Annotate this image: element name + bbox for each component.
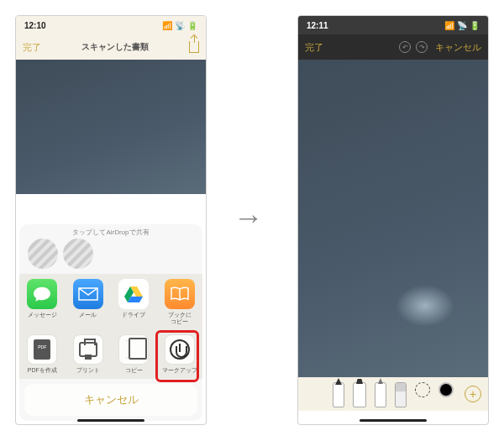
airdrop-row bbox=[19, 239, 202, 274]
share-app-messages[interactable]: メッセージ bbox=[19, 279, 66, 324]
action-label: コピー bbox=[125, 367, 143, 374]
nav-title: スキャンした書類 bbox=[81, 41, 149, 53]
airdrop-avatar[interactable] bbox=[28, 239, 58, 269]
arrow-icon: → bbox=[234, 200, 264, 235]
done-button[interactable]: 完了 bbox=[305, 41, 323, 54]
phone-share-sheet: 12:10 📶 📡 🔋 完了 スキャンした書類 タップしてAirDropで共有 … bbox=[15, 15, 207, 425]
tool-pen[interactable] bbox=[333, 382, 344, 407]
action-label: プリント bbox=[76, 367, 100, 374]
app-label: ドライブ bbox=[122, 312, 145, 318]
share-app-books[interactable]: ブックに コピー bbox=[157, 279, 203, 324]
airdrop-avatar[interactable] bbox=[63, 239, 93, 269]
tool-marker[interactable] bbox=[353, 382, 366, 407]
copy-icon bbox=[118, 334, 149, 365]
tool-color[interactable] bbox=[438, 382, 454, 397]
nav-bar: 完了 スキャンした書類 bbox=[16, 34, 206, 60]
markup-toolbar: + bbox=[298, 377, 488, 411]
share-app-mail[interactable]: メール bbox=[66, 279, 112, 324]
app-label: ブックに コピー bbox=[168, 312, 192, 324]
markup-icon bbox=[165, 334, 195, 365]
cancel-button[interactable]: キャンセル bbox=[435, 41, 481, 54]
document-canvas[interactable] bbox=[298, 60, 488, 377]
drive-icon bbox=[118, 279, 149, 309]
tool-eraser[interactable] bbox=[395, 382, 407, 407]
status-time: 12:10 bbox=[24, 21, 46, 30]
glare bbox=[396, 285, 454, 327]
messages-icon bbox=[27, 279, 57, 309]
home-indicator bbox=[360, 419, 427, 422]
status-time: 12:11 bbox=[307, 21, 328, 30]
status-indicators: 📶 📡 🔋 bbox=[444, 21, 480, 30]
share-sheet: タップしてAirDropで共有 メッセージ メール ドライブ ブックに コピー bbox=[19, 224, 202, 421]
tool-lasso[interactable] bbox=[415, 382, 430, 397]
share-apps-row: メッセージ メール ドライブ ブックに コピー bbox=[19, 274, 202, 329]
books-icon bbox=[165, 279, 195, 309]
document-preview bbox=[16, 60, 206, 194]
action-create-pdf[interactable]: PDFを作成 bbox=[19, 334, 66, 374]
redo-icon[interactable]: ↷ bbox=[416, 41, 428, 53]
action-label: マークアップ bbox=[162, 367, 197, 374]
home-indicator bbox=[77, 419, 144, 422]
phone-markup: 12:11 📶 📡 🔋 完了 ↶ ↷ キャンセル + bbox=[297, 15, 489, 425]
status-indicators: 📶 📡 🔋 bbox=[162, 21, 197, 30]
done-button[interactable]: 完了 bbox=[23, 41, 41, 54]
undo-icon[interactable]: ↶ bbox=[399, 41, 411, 53]
print-icon bbox=[73, 334, 103, 365]
mail-icon bbox=[73, 279, 103, 309]
app-label: メール bbox=[79, 312, 97, 318]
nav-bar: 完了 ↶ ↷ キャンセル bbox=[298, 34, 488, 60]
status-bar: 12:11 📶 📡 🔋 bbox=[298, 16, 488, 34]
action-markup[interactable]: マークアップ bbox=[157, 334, 203, 374]
cancel-button[interactable]: キャンセル bbox=[24, 384, 197, 416]
share-app-drive[interactable]: ドライブ bbox=[111, 279, 157, 324]
app-label: メッセージ bbox=[28, 312, 57, 318]
share-icon[interactable] bbox=[189, 41, 199, 53]
status-bar: 12:10 📶 📡 🔋 bbox=[16, 16, 206, 34]
action-copy[interactable]: コピー bbox=[111, 334, 157, 374]
pdf-icon bbox=[27, 334, 57, 365]
action-label: PDFを作成 bbox=[28, 367, 57, 374]
share-actions-row: PDFを作成 プリント コピー マークアップ bbox=[19, 329, 202, 379]
tool-pencil[interactable] bbox=[375, 382, 386, 407]
action-print[interactable]: プリント bbox=[66, 334, 112, 374]
add-button[interactable]: + bbox=[465, 386, 481, 402]
airdrop-hint: タップしてAirDropで共有 bbox=[19, 224, 202, 239]
